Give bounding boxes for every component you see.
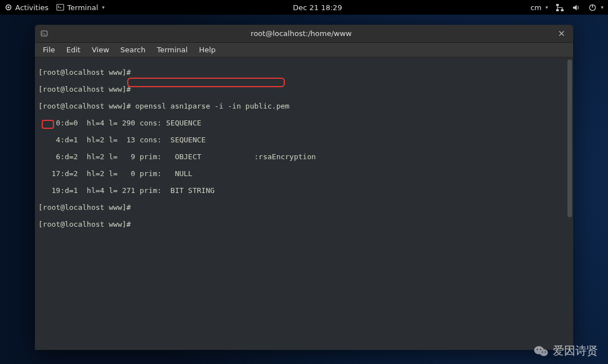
input-method-indicator[interactable]: cm ▾ [530, 3, 548, 12]
chevron-down-icon: ▾ [546, 5, 548, 10]
svg-point-1 [7, 6, 10, 8]
terminal-scrollbar[interactable] [567, 60, 572, 217]
svg-point-13 [542, 351, 543, 352]
clock-label: Dec 21 18:29 [293, 3, 342, 12]
volume-indicator[interactable] [572, 3, 580, 12]
activities-icon [5, 3, 12, 11]
terminal-line: [root@localhost www]# openssl asn1parse … [38, 102, 570, 110]
watermark-text: 爱因诗贤 [553, 343, 598, 358]
terminal-line: [root@localhost www]# [38, 203, 570, 212]
terminal-icon [41, 30, 48, 37]
wechat-icon [534, 344, 548, 358]
gnome-top-panel: Activities Terminal ▾ Dec 21 18:29 cm ▾ … [0, 0, 608, 15]
window-title: root@localhost:/home/www [53, 29, 549, 38]
watermark: 爱因诗贤 [534, 343, 598, 358]
current-app-indicator[interactable]: Terminal ▾ [56, 3, 104, 12]
network-wired-icon [556, 3, 564, 12]
svg-point-12 [540, 348, 541, 349]
terminal-line: 4:d=1 hl=2 l= 13 cons: SEQUENCE [38, 136, 570, 144]
volume-icon [572, 3, 580, 12]
close-icon [558, 30, 565, 37]
power-icon [588, 3, 597, 12]
activities-label: Activities [15, 3, 48, 12]
menu-view[interactable]: View [87, 44, 114, 55]
svg-point-10 [540, 349, 548, 356]
chevron-down-icon: ▾ [601, 5, 603, 10]
terminal-line: [root@localhost www]# [38, 68, 570, 77]
terminal-line: 6:d=2 hl=2 l= 9 prim: OBJECT :rsaEncrypt… [38, 152, 570, 161]
terminal-line: [root@localhost www]# [38, 220, 570, 228]
ime-label: cm [530, 3, 542, 12]
window-close-button[interactable] [549, 25, 573, 43]
svg-rect-3 [556, 3, 559, 6]
svg-rect-5 [561, 9, 564, 11]
menu-search[interactable]: Search [116, 44, 150, 55]
terminal-menubar: File Edit View Search Terminal Help [35, 43, 573, 57]
clock[interactable]: Dec 21 18:29 [105, 3, 530, 12]
power-indicator[interactable]: ▾ [588, 3, 603, 12]
chevron-down-icon: ▾ [102, 5, 105, 10]
terminal-line: 0:d=0 hl=4 l= 290 cons: SEQUENCE [38, 119, 570, 127]
svg-rect-8 [41, 31, 47, 36]
menu-file[interactable]: File [38, 44, 60, 55]
network-indicator[interactable] [556, 3, 564, 12]
window-menu-button[interactable] [35, 30, 53, 37]
window-titlebar[interactable]: root@localhost:/home/www [35, 25, 573, 43]
menu-edit[interactable]: Edit [62, 44, 85, 55]
svg-rect-2 [57, 5, 64, 11]
svg-point-14 [545, 351, 546, 352]
menu-help[interactable]: Help [194, 44, 220, 55]
terminal-app-icon [56, 3, 64, 11]
terminal-line: 19:d=1 hl=4 l= 271 prim: BIT STRING [38, 186, 570, 195]
terminal-line: 17:d=2 hl=2 l= 0 prim: NULL [38, 169, 570, 178]
current-app-label: Terminal [67, 3, 98, 12]
menu-terminal[interactable]: Terminal [152, 44, 192, 55]
terminal-window: root@localhost:/home/www File Edit View … [35, 25, 573, 350]
terminal-line: [root@localhost www]# [38, 85, 570, 93]
activities-button[interactable]: Activities [5, 3, 48, 12]
terminal-content[interactable]: [root@localhost www]# [root@localhost ww… [35, 57, 573, 350]
svg-point-11 [537, 348, 538, 349]
svg-rect-4 [556, 9, 559, 11]
